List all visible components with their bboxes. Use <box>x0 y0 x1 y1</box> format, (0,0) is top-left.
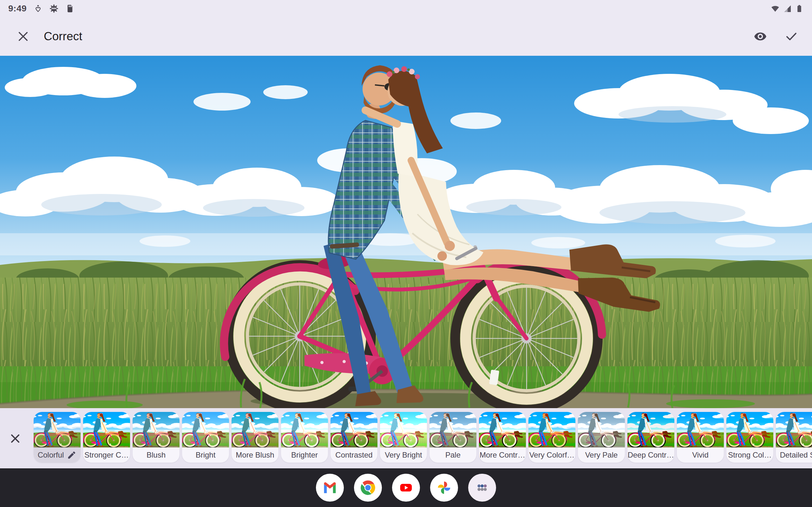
filter-label: Pale <box>445 451 461 459</box>
filter-thumbnail <box>133 412 180 447</box>
app-gmail[interactable] <box>316 474 344 502</box>
filter-label: Strong Col… <box>728 451 771 459</box>
app-google-photos[interactable] <box>430 474 458 502</box>
cellular-signal-icon <box>783 4 792 13</box>
filter-thumbnail <box>677 412 724 447</box>
dismiss-filters-button[interactable] <box>8 432 22 446</box>
filter-thumbnail <box>429 412 476 447</box>
edit-pencil-icon <box>67 450 77 460</box>
page-title: Correct <box>44 30 82 43</box>
developer-options-icon <box>49 4 58 13</box>
filter-card-very-pale[interactable]: Very Pale <box>578 412 625 463</box>
filter-label: More Blush <box>236 451 274 459</box>
filter-card-more-blush[interactable]: More Blush <box>232 412 278 463</box>
filter-thumbnail <box>726 412 773 447</box>
battery-icon <box>795 4 804 13</box>
app-youtube[interactable] <box>392 474 420 502</box>
filter-card-blush[interactable]: Blush <box>133 412 180 463</box>
photo-couple-on-bicycle <box>0 56 812 408</box>
filter-card-brighter[interactable]: Brighter <box>281 412 328 463</box>
filter-label: Brighter <box>291 451 318 459</box>
filter-thumbnail <box>331 412 377 447</box>
filter-thumbnail <box>380 412 427 447</box>
filter-thumbnail <box>479 412 526 447</box>
filter-card-vivid[interactable]: Vivid <box>677 412 724 463</box>
filter-label: Stronger C… <box>84 451 129 459</box>
filter-label: Detailed Sk <box>780 451 812 459</box>
filter-label: Very Bright <box>385 451 422 459</box>
filter-thumbnail <box>627 412 674 447</box>
filter-thumbnail <box>34 412 81 447</box>
filter-thumbnail <box>83 412 130 447</box>
close-icon <box>16 30 30 43</box>
filter-card-detailed-sky[interactable]: Detailed Sk <box>776 412 812 463</box>
close-icon <box>9 433 21 445</box>
filter-thumbnail <box>578 412 625 447</box>
filter-label: More Contr… <box>479 451 525 459</box>
status-bar: 9:49 <box>0 0 812 17</box>
filter-thumbnail <box>182 412 229 447</box>
youtube-icon <box>398 480 414 496</box>
filter-label: Deep Contr… <box>628 451 674 459</box>
chrome-icon <box>360 480 376 496</box>
close-button[interactable] <box>16 29 31 44</box>
filter-card-very-colorful[interactable]: Very Colorf… <box>528 412 575 463</box>
filter-label: Vivid <box>692 451 709 459</box>
filter-label: Bright <box>196 451 216 459</box>
filter-thumbnail <box>528 412 575 447</box>
filter-card-contrasted[interactable]: Contrasted <box>331 412 377 463</box>
gmail-icon <box>322 480 338 496</box>
preview-button[interactable] <box>753 29 768 44</box>
filter-label: Blush <box>147 451 165 459</box>
android-screen: 9:49 <box>0 0 812 507</box>
filter-card-strong-colors[interactable]: Strong Col… <box>726 412 773 463</box>
photo-preview <box>0 56 812 408</box>
wellbeing-icon <box>34 4 43 13</box>
eye-icon <box>754 30 767 43</box>
clock: 9:49 <box>8 3 27 14</box>
wifi-icon <box>771 4 780 13</box>
google-photos-icon <box>436 480 452 496</box>
app-bar: Correct <box>0 17 812 56</box>
filter-label: Very Pale <box>585 451 618 459</box>
app-chrome[interactable] <box>354 474 382 502</box>
filter-thumbnail <box>776 412 812 447</box>
filter-card-pale[interactable]: Pale <box>429 412 476 463</box>
filter-card-deep-contrast[interactable]: Deep Contr… <box>627 412 674 463</box>
sdcard-icon <box>65 4 74 13</box>
app-drawer-icon <box>474 480 490 496</box>
check-icon <box>785 30 798 43</box>
filter-thumbnail <box>232 412 278 447</box>
filter-card-list: Colorful Stronger C… Blush <box>34 412 812 463</box>
filter-label: Contrasted <box>335 451 372 459</box>
filter-card-very-bright[interactable]: Very Bright <box>380 412 427 463</box>
app-drawer-button[interactable] <box>468 474 496 502</box>
filter-card-stronger-colors[interactable]: Stronger C… <box>83 412 130 463</box>
filter-card-bright[interactable]: Bright <box>182 412 229 463</box>
filter-label: Colorful <box>38 451 64 459</box>
filter-bar: Colorful Stronger C… Blush <box>0 408 812 468</box>
apply-button[interactable] <box>784 29 799 44</box>
filter-thumbnail <box>281 412 328 447</box>
dock <box>0 468 812 507</box>
filter-card-more-contrasted[interactable]: More Contr… <box>479 412 526 463</box>
filter-card-colorful[interactable]: Colorful <box>34 412 81 463</box>
filter-label: Very Colorf… <box>529 451 575 459</box>
